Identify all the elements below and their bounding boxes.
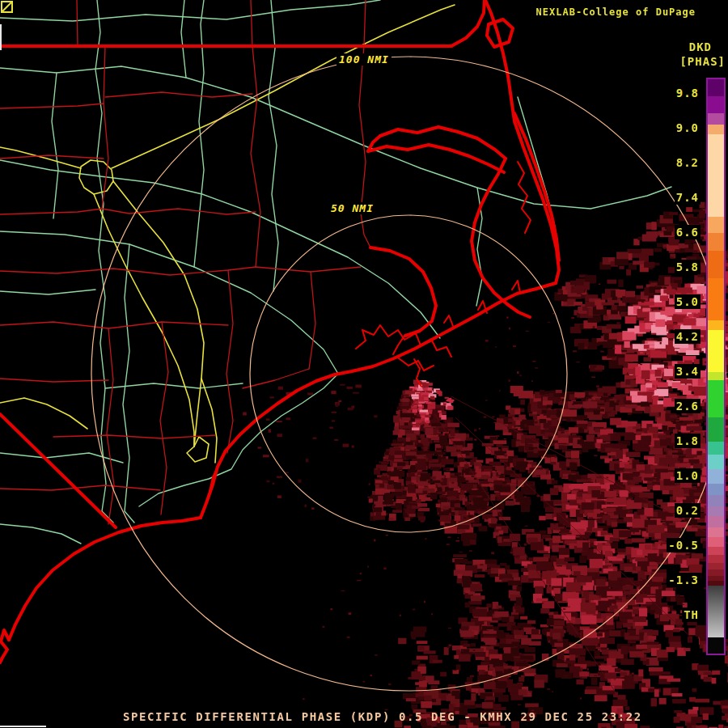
colorbar-tick-label: 1.8 bbox=[675, 434, 700, 448]
road-green bbox=[0, 231, 338, 374]
road-green bbox=[0, 453, 123, 463]
cod-flag-icon bbox=[0, 0, 15, 15]
colorbar-segment bbox=[708, 134, 724, 217]
county-boundary bbox=[0, 104, 104, 108]
road-green bbox=[194, 0, 204, 267]
road-yellow bbox=[201, 379, 217, 463]
shoreline-detail bbox=[512, 281, 520, 293]
county-boundary bbox=[226, 270, 233, 453]
colorbar-tick-label: 6.6 bbox=[675, 225, 700, 239]
county-boundary bbox=[361, 214, 370, 248]
road-yellow bbox=[187, 437, 209, 462]
colorbar-tick-label: 0.2 bbox=[675, 503, 700, 518]
county-boundary bbox=[102, 104, 108, 209]
coastline bbox=[9, 518, 201, 640]
colorbar-tick-label: 3.4 bbox=[675, 364, 700, 379]
county-boundary bbox=[0, 485, 160, 490]
neatline-artifact-left bbox=[0, 24, 2, 50]
shoreline-detail bbox=[444, 315, 453, 326]
road-yellow bbox=[0, 398, 87, 429]
colorbar-segment bbox=[708, 79, 724, 96]
county-boundary bbox=[105, 92, 252, 97]
shoreline-detail bbox=[518, 162, 531, 233]
colorbar-tick-label: -1.3 bbox=[667, 573, 700, 587]
colorbar-segment bbox=[708, 455, 724, 469]
colorbar-segment bbox=[708, 506, 724, 516]
coastline bbox=[368, 145, 504, 172]
road-green bbox=[123, 244, 134, 523]
colorbar-segment bbox=[708, 96, 724, 113]
colorbar-segment bbox=[708, 330, 724, 372]
county-boundary bbox=[243, 369, 309, 388]
range-ring-50nmi bbox=[250, 215, 567, 532]
colorbar-segment bbox=[708, 569, 724, 576]
county-boundary bbox=[309, 272, 315, 369]
colorbar-segment bbox=[708, 555, 724, 563]
coastline bbox=[451, 0, 485, 46]
road-green bbox=[269, 0, 278, 291]
coastline bbox=[485, 0, 559, 283]
colorbar-segment bbox=[708, 469, 724, 484]
colorbar-segment bbox=[708, 563, 724, 569]
shoreline-detail bbox=[399, 358, 434, 370]
county-boundary bbox=[0, 322, 228, 328]
colorbar-tick-label: 5.0 bbox=[675, 294, 700, 309]
colorbar-segment bbox=[708, 495, 724, 506]
colorbar-segment bbox=[708, 380, 724, 417]
colorbar-segment bbox=[708, 417, 724, 442]
county-boundary bbox=[0, 155, 104, 159]
county-boundary bbox=[0, 209, 102, 214]
colorbar-segment bbox=[708, 320, 724, 330]
road-yellow bbox=[94, 194, 194, 447]
road-green bbox=[0, 290, 95, 294]
county-boundary bbox=[107, 328, 114, 524]
colorbar-tick-label: TH bbox=[682, 607, 700, 622]
county-boundary bbox=[0, 379, 108, 382]
colorbar-tick-label: 5.8 bbox=[675, 260, 700, 274]
county-boundary bbox=[251, 0, 252, 46]
colorbar-tick-label: 9.0 bbox=[675, 121, 700, 135]
colorbar-tick-label: 1.0 bbox=[675, 468, 700, 483]
colorbar-segment bbox=[708, 484, 724, 495]
colorbar-segment bbox=[708, 251, 724, 278]
colorbar-segment bbox=[708, 537, 724, 547]
colorbar-segment bbox=[708, 278, 724, 320]
county-boundary bbox=[256, 267, 361, 272]
colorbar-tick-label: 7.4 bbox=[675, 190, 700, 205]
radar-display: 100 NMI 50 NMI NEXLAB-College of DuPage … bbox=[0, 0, 728, 728]
road-green bbox=[52, 73, 58, 218]
colorbar-segment bbox=[708, 113, 724, 125]
range-ring-label-50nmi: 50 NMI bbox=[328, 202, 376, 214]
product-code: DKD bbox=[689, 40, 712, 53]
colorbar-segment bbox=[708, 547, 724, 555]
colorbar-segment bbox=[708, 637, 724, 654]
coastline bbox=[335, 283, 556, 375]
colorbar-tick-label: 9.8 bbox=[675, 86, 700, 100]
basemap-layer bbox=[0, 0, 728, 728]
coastline bbox=[380, 127, 506, 159]
colorbar-segment bbox=[708, 442, 724, 455]
coastline bbox=[0, 414, 116, 527]
colorbar-segment bbox=[708, 372, 724, 380]
county-boundary bbox=[102, 209, 256, 214]
product-caption: SPECIFIC DIFFERENTIAL PHASE (KDP) 0.5 DE… bbox=[123, 710, 642, 723]
colorbar-segment bbox=[708, 217, 724, 233]
range-ring-label-100nmi: 100 NMI bbox=[336, 53, 392, 66]
range-ring-100nmi bbox=[91, 57, 726, 691]
county-boundary bbox=[77, 0, 78, 46]
road-green bbox=[0, 0, 380, 21]
product-units: [PHAS] bbox=[679, 55, 726, 68]
colorbar-segment bbox=[708, 527, 724, 537]
county-boundary bbox=[104, 46, 105, 104]
neatline-artifact-bottom bbox=[0, 726, 46, 727]
county-boundary bbox=[364, 0, 366, 46]
county-boundary bbox=[53, 435, 215, 438]
colorbar-segment bbox=[708, 125, 724, 134]
road-green bbox=[139, 374, 338, 506]
road-green bbox=[0, 524, 81, 544]
colorbar bbox=[706, 78, 726, 655]
shoreline-detail bbox=[356, 325, 451, 357]
colorbar-tick-label: 8.2 bbox=[675, 155, 700, 170]
shoreline-detail bbox=[393, 336, 404, 354]
coastline bbox=[370, 248, 436, 336]
